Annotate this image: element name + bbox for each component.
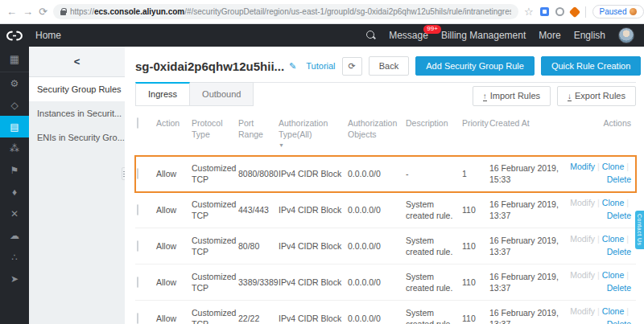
cell-auth-objects: 0.0.0.0/0 [348,313,406,324]
ecs-server-icon[interactable]: ▤ [0,116,29,137]
cell-protocol: Customized TCP [192,235,238,257]
delete-link[interactable]: Delete [607,247,631,256]
col-authorization-type[interactable]: Authorization Type(All)▼ [279,117,348,150]
upload-icon: ↑ [483,92,487,101]
cell-auth-type: IPv4 CIDR Block [279,240,348,252]
topnav-billing[interactable]: Billing Management [441,30,526,41]
flag-icon[interactable]: ⚑ [0,159,29,181]
tab-outbound[interactable]: Outbound [190,82,254,106]
delete-link[interactable]: Delete [607,211,631,220]
row-checkbox[interactable] [137,204,138,215]
secondary-sidebar: < Security Group Rules Instances in Secu… [29,47,125,324]
cell-priority: 1 [462,168,489,179]
browser-back-icon[interactable]: ← [6,6,17,17]
share-nodes-icon[interactable]: ∴ [0,246,29,268]
cell-port: 22/22 [238,313,279,324]
select-all-checkbox[interactable] [137,117,138,129]
sidebar-item-enis[interactable]: ENIs in Security Gro... [29,125,125,150]
console-topnav: Home Message 99+ Billing Management More… [0,24,644,47]
sync-paused-button[interactable]: Paused [592,5,644,18]
row-checkbox[interactable] [137,277,138,288]
apps-grid-icon[interactable]: ▦ [0,47,29,72]
clone-link[interactable]: Clone [602,198,624,207]
address-bar[interactable]: https://ecs.console.aliyun.com/#/securit… [53,4,518,19]
row-checkbox[interactable] [137,240,138,252]
modify-link[interactable]: Modify [570,162,595,171]
cell-priority: 110 [462,277,489,288]
shield-icon[interactable]: ♦ [0,181,29,203]
browser-forward-icon[interactable]: → [23,6,33,17]
extension-icon[interactable] [555,7,564,16]
topnav-more[interactable]: More [539,30,560,41]
alibaba-cloud-logo[interactable] [0,31,29,41]
network-nodes-icon[interactable]: ⁂ [0,137,29,159]
sidebar-item-security-group-rules[interactable]: Security Group Rules [29,77,125,101]
modify-link[interactable]: Modify [570,306,595,316]
col-actions: Actions [568,117,636,130]
translate-extension-icon[interactable] [540,7,549,16]
cell-auth-objects: 0.0.0.0/0 [348,204,406,215]
padlock-icon [60,8,66,15]
row-checkbox[interactable] [137,313,138,324]
import-rules-button[interactable]: ↑Import Rules [473,86,551,106]
browser-chrome: ← → ⟳ https://ecs.console.aliyun.com/#/s… [0,0,644,24]
user-avatar[interactable] [618,27,634,43]
edit-icon[interactable]: ✎ [289,61,296,72]
search-icon[interactable] [366,31,376,40]
tab-bar: Ingress Outbound ↑Import Rules ↓Export R… [135,82,636,109]
extension-icon-2[interactable] [568,6,580,17]
tab-ingress[interactable]: Ingress [135,82,190,106]
cell-description: System created rule. [406,307,462,324]
collapse-sidebar-button[interactable]: < [29,47,125,77]
table-row: Allow Customized TCP 22/22 IPv4 CIDR Blo… [135,301,636,324]
modify-link[interactable]: Modify [570,270,595,280]
delete-link[interactable]: Delete [607,319,631,324]
refresh-button[interactable]: ⟳ [342,57,362,76]
cell-auth-type: IPv4 CIDR Block [279,313,348,324]
cell-auth-type: IPv4 CIDR Block [279,204,348,215]
cross-arrows-icon[interactable]: ✕ [0,203,29,224]
table-header: Action Protocol Type Port Range Authoriz… [135,113,636,156]
add-security-group-rule-button[interactable]: Add Security Group Rule [415,56,535,76]
col-authorization-objects: Authorization Objects [348,117,406,140]
cell-protocol: Customized TCP [192,307,238,324]
delete-link[interactable]: Delete [607,174,631,184]
col-priority: Priority [462,117,489,129]
gear-icon[interactable]: ⚙ [0,72,29,94]
modify-link[interactable]: Modify [570,198,595,207]
tutorial-link[interactable]: Tutorial [306,61,335,71]
col-port-range: Port Range [238,117,279,140]
clone-link[interactable]: Clone [602,306,624,316]
cell-protocol: Customized TCP [192,199,238,221]
topnav-home[interactable]: Home [35,30,61,41]
col-protocol-type: Protocol Type [192,117,238,140]
cloud-icon[interactable]: ☁ [0,224,29,246]
clone-link[interactable]: Clone [602,270,624,280]
quick-rule-creation-button[interactable]: Quick Rule Creation [541,56,641,76]
modify-link[interactable]: Modify [570,234,595,244]
row-checkbox[interactable] [137,168,138,179]
tools-icon[interactable]: ➤ [0,268,29,289]
cell-protocol: Customized TCP [192,271,238,293]
topnav-language[interactable]: English [574,30,605,41]
topnav-message[interactable]: Message 99+ [389,30,428,41]
message-badge: 99+ [423,25,441,34]
cell-auth-type: IPv4 CIDR Block [279,277,348,288]
sidebar-item-instances[interactable]: Instances in Securit... [29,101,125,125]
cell-actions: Modify|Clone| Delete [568,306,636,324]
browser-reload-icon[interactable]: ⟳ [39,6,47,17]
cell-description: - [406,168,462,179]
bookmark-star-icon[interactable]: ☆ [524,6,534,18]
contact-us-tab[interactable]: Contact Us [635,211,644,249]
clone-link[interactable]: Clone [602,162,624,171]
cell-auth-type: IPv4 CIDR Block [279,168,348,179]
col-description: Description [406,117,462,129]
cell-actions: Modify|Clone| Delete [568,269,636,295]
export-rules-button[interactable]: ↓Export Rules [557,86,636,106]
back-button[interactable]: Back [369,56,409,76]
refresh-icon: ⟳ [349,61,356,71]
diamond-icon[interactable]: ◇ [0,94,29,116]
delete-link[interactable]: Delete [607,283,631,293]
clone-link[interactable]: Clone [602,234,624,244]
cell-port: 8080/8080 [238,168,279,179]
